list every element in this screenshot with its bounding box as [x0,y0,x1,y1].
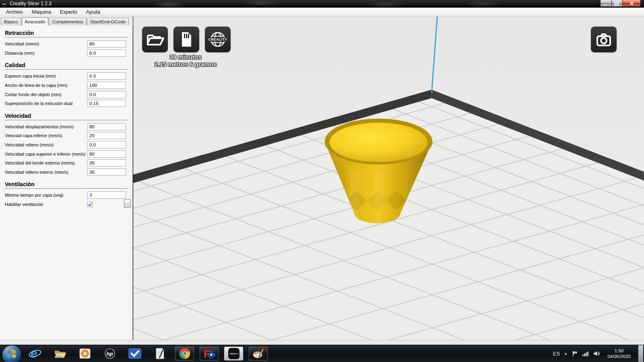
hidden-icons-chevron-icon[interactable]: ▲ [564,352,568,356]
menu-ayuda[interactable]: Ayuda [82,9,105,15]
menu-bar: Archivo Maquina Experto Ayuda [0,8,644,16]
section-rule [5,37,128,37]
network-signal-icon[interactable] [582,351,589,356]
svg-text:hp: hp [107,351,113,357]
setting-input-distancia[interactable] [87,49,126,57]
setting-row: Distancia (mm) [0,49,132,58]
setting-row: Cortar fondo del objeto (mm) [0,90,132,99]
print-stats: 39 minutos 2.15 metros 6 gramos [139,53,232,68]
clock[interactable]: 1:50 04/05/2020 [604,348,634,359]
3d-viewport[interactable]: CREALITY 39 minutos 2.15 metros 6 gramos [133,16,644,340]
setting-input-superposicion[interactable] [87,100,126,107]
print-time: 39 minutos [139,53,232,61]
creality-slicer-icon: CREALITY [227,347,240,360]
menu-experto[interactable]: Experto [56,9,82,15]
setting-label: Superposición de la extrusión dual [5,101,87,106]
menu-maquina[interactable]: Maquina [27,9,56,15]
restore-button[interactable] [612,0,623,7]
close-button[interactable] [623,0,641,7]
section-title-velocidad: Velocidad [5,113,128,119]
setting-label: Cortar fondo del objeto (mm) [5,92,87,97]
svg-text:CREALITY: CREALITY [208,37,227,41]
setting-row: Velocidad relleno (mm/s) [0,140,132,150]
setting-row: Ancho de linea de la capa (mm) [0,81,132,90]
setting-input-vel-capa-inferior[interactable] [87,132,126,139]
setting-row: Velocidad capa superior e inferior (mm/s… [0,149,132,158]
tab-start-end-gcode[interactable]: Start/End-GCode [87,18,129,25]
taskbar-media-player-icon[interactable] [77,346,93,361]
setting-input-velocidad-retraccion[interactable] [87,40,126,47]
save-to-sd-button[interactable] [173,27,199,52]
tab-basico[interactable]: Basico [1,18,21,25]
windows-orb-icon [2,346,21,362]
volume-icon[interactable] [593,351,600,356]
section-rule [5,188,128,189]
settings-panel: Retracción Velocidad (mm/s) Distancia (m… [0,25,133,340]
setting-input-espesor-capa[interactable] [87,72,126,80]
setting-input-vel-capa-sup-inf[interactable] [87,150,126,158]
taskbar-creality-slicer-button[interactable]: CREALITY [224,347,243,360]
f-gear-icon: F [203,348,216,360]
taskbar-hp-connect-icon[interactable] [127,346,143,361]
tab-avanzado[interactable]: Avanzado [22,17,49,26]
setting-label: Distancia (mm) [5,51,87,56]
habilitar-ventilacion-checkbox[interactable] [87,202,93,207]
show-desktop-button[interactable] [638,345,643,362]
setting-label: Velocidad desplazamientos (mm/s) [5,124,87,129]
creality-web-button[interactable]: CREALITY [205,27,231,52]
setting-label: Velocidad relleno interno (mm/s) [5,170,87,175]
setting-row: Velociad capa inferior (mm/s) [0,131,132,140]
tray-date: 04/05/2020 [604,354,634,359]
taskbar-hp-icon[interactable]: hp [102,346,118,361]
minimize-icon [604,2,608,5]
sd-card-icon [173,27,199,52]
taskbar-chrome-button[interactable] [175,347,194,360]
setting-input-vel-desplazamientos[interactable] [87,123,126,130]
restore-icon [615,1,619,6]
creality-globe-icon: CREALITY [205,27,231,52]
setting-label: Velociad capa inferior (mm/s) [5,133,87,138]
system-tray: ES ▲ 1:50 04/05/2020 [553,345,644,362]
section-rule [5,120,128,120]
taskbar-explorer-icon[interactable] [52,346,68,361]
title-bar: Creality Slicer 1.2.3 [0,0,644,8]
paint-icon [252,348,265,360]
tray-time: 1:50 [604,348,634,354]
taskbar-internet-explorer-icon[interactable]: e [27,346,43,361]
taskbar-notepad-icon[interactable] [152,346,168,361]
setting-row-checkbox: Habilitar ventilación ... [0,200,132,209]
setting-label: Velocidad relleno (mm/s) [5,142,87,147]
camera-icon [591,27,617,52]
setting-input-cortar-fondo[interactable] [87,91,126,98]
setting-input-vel-relleno[interactable] [87,141,126,148]
menu-archivo[interactable]: Archivo [2,9,27,15]
setting-input-vel-borde-externa[interactable] [87,159,126,167]
setting-label: Velocidad del borde externa (mm/s) [5,160,87,165]
setting-row: Velocidad desplazamientos (mm/s) [0,122,132,132]
setting-input-vel-relleno-interno[interactable] [87,169,126,176]
start-button[interactable] [0,345,23,362]
taskbar-paint-button[interactable] [249,347,268,360]
language-indicator[interactable]: ES [553,351,560,357]
setting-label: Espesor capa inicial (mm) [5,74,87,78]
svg-text:F: F [204,348,210,360]
svg-text:CREALITY: CREALITY [229,353,238,355]
setting-input-minimo-tiempo-capa[interactable] [87,191,126,199]
setting-row: Velocidad del borde externa (mm/s) [0,158,132,168]
minimize-button[interactable] [600,0,612,7]
section-title-calidad: Calidad [5,62,128,68]
open-file-button[interactable] [142,27,168,52]
setting-label: Velocidad capa superior e inferior (mm/s… [5,152,87,156]
snapshot-button[interactable] [591,27,617,52]
tab-complementos[interactable]: Complementos [49,18,86,25]
close-icon [630,1,634,6]
taskbar-f-gear-app-button[interactable]: F [200,347,219,360]
app-icon [2,1,7,6]
fan-more-options-button[interactable]: ... [124,199,131,208]
setting-row: Superposición de la extrusión dual [0,99,132,108]
setting-input-ancho-linea[interactable] [87,82,126,89]
setting-label: Minimo tiempo por capa (seg) [5,193,87,197]
window-title: Creality Slicer 1.2.3 [10,0,52,8]
action-center-flag-icon[interactable] [572,350,578,357]
setting-label: Velocidad (mm/s) [5,41,87,46]
